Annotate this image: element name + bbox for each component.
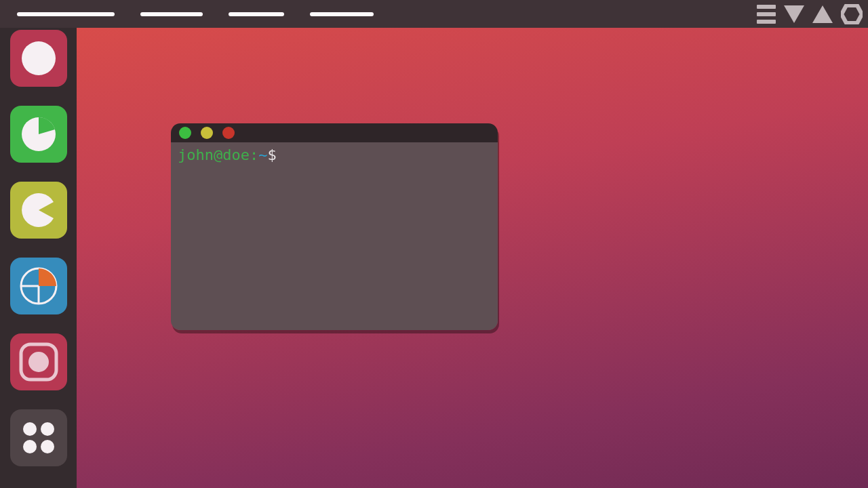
- menu-icon[interactable]: [757, 5, 776, 24]
- menu-item-3[interactable]: [229, 12, 284, 16]
- svg-point-12: [23, 440, 37, 453]
- launcher-tile-camera[interactable]: [10, 333, 67, 390]
- launcher-tile-charts[interactable]: [10, 106, 67, 163]
- pie-notch-icon: [20, 116, 57, 152]
- svg-point-11: [41, 422, 54, 436]
- triangle-down-icon[interactable]: [784, 5, 804, 23]
- menu-item-1[interactable]: [17, 12, 115, 16]
- pie-chart-icon: [19, 266, 58, 306]
- launcher-tile-files[interactable]: [10, 30, 67, 87]
- svg-point-9: [28, 352, 49, 372]
- terminal-body[interactable]: john@doe:~$: [171, 142, 498, 330]
- window-close-icon[interactable]: [222, 127, 235, 139]
- svg-point-3: [22, 41, 56, 75]
- launcher-tile-apps[interactable]: [10, 409, 67, 466]
- screen: john@doe:~$: [0, 0, 868, 488]
- terminal-prompt: john@doe:~$: [178, 146, 491, 164]
- menu-item-4[interactable]: [310, 12, 374, 16]
- window-minimize-icon[interactable]: [179, 127, 191, 139]
- lens-icon: [16, 340, 61, 384]
- app-grid-icon: [18, 418, 59, 458]
- svg-marker-2: [842, 5, 862, 23]
- svg-marker-1: [812, 5, 833, 23]
- top-bar: [0, 0, 868, 28]
- hexagon-icon[interactable]: [841, 4, 863, 24]
- prompt-symbol: $: [267, 146, 276, 163]
- window-maximize-icon[interactable]: [201, 127, 213, 139]
- svg-point-10: [23, 422, 37, 436]
- triangle-up-icon[interactable]: [812, 5, 833, 23]
- system-tray: [757, 0, 863, 28]
- top-menu: [0, 12, 374, 16]
- prompt-path: ~: [258, 146, 267, 163]
- svg-point-13: [41, 440, 54, 453]
- circle-icon: [20, 40, 57, 77]
- terminal-titlebar[interactable]: [171, 123, 498, 142]
- pacman-icon: [20, 192, 57, 228]
- prompt-user: john@doe:: [178, 146, 258, 163]
- launcher-tile-stats[interactable]: [10, 258, 67, 314]
- launcher-tile-player[interactable]: [10, 182, 67, 239]
- svg-marker-0: [784, 5, 804, 23]
- menu-item-2[interactable]: [140, 12, 203, 16]
- terminal-window[interactable]: john@doe:~$: [171, 123, 498, 330]
- launcher-dock: [0, 28, 77, 488]
